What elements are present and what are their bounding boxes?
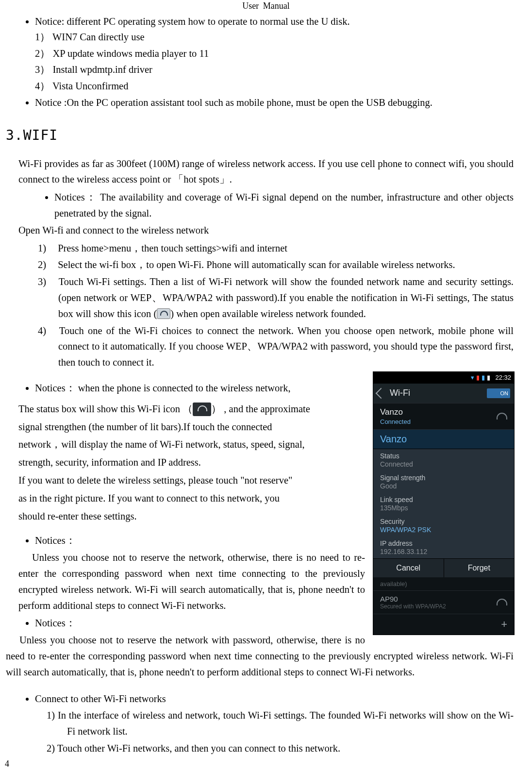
ap-name: AP90 xyxy=(380,595,446,603)
detail-spd-v: 135Mbps xyxy=(380,504,507,512)
wifi-on-switch[interactable]: ON xyxy=(487,388,510,398)
ap-sub: Secured with WPA/WPA2 xyxy=(380,603,446,610)
os-xp: 2） XP update windows media player to 11 xyxy=(35,46,514,62)
signal-icon-2: ▮ xyxy=(482,374,485,381)
network-selected-header: Vanzo xyxy=(373,429,514,449)
detail-ip-v: 192.168.33.112 xyxy=(380,548,507,555)
wifi-connected-icon xyxy=(193,403,211,416)
page-header: User Manual xyxy=(18,0,514,14)
wifi-signal-icon xyxy=(497,413,507,420)
battery-icon: ▮ xyxy=(487,374,490,381)
step-2: 2) Select the wi-fi box，to open Wi-Fi. P… xyxy=(38,257,514,273)
os-install: 3） Install wpdmtp.inf driver xyxy=(35,62,514,78)
connect-other-label: Connect to other Wi-Fi networks xyxy=(35,691,514,707)
wifi-status-icon: ▾ xyxy=(471,374,474,381)
wifi-title: Wi-Fi xyxy=(390,388,410,398)
detail-sec-v: WPA/WPA2 PSK xyxy=(380,526,507,534)
step-3b-text: ) when open available wireless network f… xyxy=(170,308,366,319)
header-right: Manual xyxy=(263,1,290,11)
detail-spd-k: Link speed xyxy=(380,496,507,503)
network-detail-panel: StatusConnected Signal strengthGood Link… xyxy=(373,449,514,577)
network-name: Vanzo xyxy=(380,407,411,417)
section-3-wifi-heading: 3.WIFI xyxy=(6,127,514,143)
network-selected-name: Vanzo xyxy=(380,434,507,445)
forget-button[interactable]: Forget xyxy=(444,559,515,577)
top-notice-list: Notice: different PC operating system ho… xyxy=(35,14,514,111)
os-sublist: 1） WIN7 Can directly use 2） XP update wi… xyxy=(35,30,514,94)
wifi-intro: Wi-Fi provides as far as 300feet (100M) … xyxy=(18,156,514,188)
status-icon-line-b: ） , and the approximate xyxy=(211,403,310,414)
wifi-notice-1: Notices： The availability and coverage o… xyxy=(35,189,514,221)
open-wifi-line: Open Wi-fi and connect to the wireless n… xyxy=(18,222,514,238)
notice-udisk: Notice: different PC operating system ho… xyxy=(35,14,514,94)
header-left: User xyxy=(242,1,259,11)
available-label: available) xyxy=(373,577,514,590)
os-win7: 1） WIN7 Can directly use xyxy=(35,30,514,45)
plus-icon: + xyxy=(501,618,507,631)
step-3: 3) Touch Wi-Fi settings. Then a list of … xyxy=(38,274,514,321)
detail-status-v: Connected xyxy=(380,460,507,468)
network-connected-row[interactable]: Vanzo Connected xyxy=(373,403,514,429)
wifi-available-icon xyxy=(157,308,170,319)
open-wifi-steps: 1) Press home>menu，then touch settings>w… xyxy=(38,240,514,370)
ap-row[interactable]: AP90 Secured with WPA/WPA2 xyxy=(373,590,514,614)
detail-status-k: Status xyxy=(380,452,507,460)
step-1-text: Press home>menu，then touch settings>wifi… xyxy=(58,243,287,253)
detail-sec-k: Security xyxy=(380,518,507,525)
status-icon-line-a: The status box will show this Wi-Fi icon… xyxy=(18,403,193,414)
add-network-row[interactable]: + xyxy=(373,614,514,635)
phone-screenshot: ▾ ▮ ▮ ▮ 22:32 Wi-Fi ON Vanzo Connected V… xyxy=(373,371,514,635)
other-step-1: 1) In the interface of wireless and netw… xyxy=(47,707,514,739)
other-step-2-text: Touch other Wi-Fi networks, and then you… xyxy=(57,743,340,754)
notice-usb-debug: Notice :On the PC operation assistant to… xyxy=(35,95,514,111)
status-bar: ▾ ▮ ▮ ▮ 22:32 xyxy=(373,372,514,384)
step-4-text: Touch one of the Wi-Fi choices to connec… xyxy=(58,325,514,368)
page: User Manual Notice: different PC operati… xyxy=(0,0,532,772)
other-step-2: 2) Touch other Wi-Fi networks, and then … xyxy=(47,740,514,756)
other-step-1-text: In the interface of wireless and network… xyxy=(58,710,514,737)
status-time: 22:32 xyxy=(495,374,511,381)
notice-udisk-text: Notice: different PC operating system ho… xyxy=(35,16,350,27)
step-4: 4) Touch one of the Wi-Fi choices to con… xyxy=(38,323,514,370)
notice-4-text: Unless you choose not to reserve the net… xyxy=(6,632,514,680)
signal-icon: ▮ xyxy=(476,374,480,381)
wifi-notice-1-item: Notices： The availability and coverage o… xyxy=(54,189,514,221)
step-1: 1) Press home>menu，then touch settings>w… xyxy=(38,240,514,256)
detail-ip-k: IP address xyxy=(380,539,507,547)
detail-sig-v: Good xyxy=(380,482,507,490)
back-icon[interactable] xyxy=(376,388,387,399)
detail-sig-k: Signal strength xyxy=(380,474,507,482)
wifi-on-label: ON xyxy=(500,390,509,396)
cancel-button[interactable]: Cancel xyxy=(373,559,444,577)
step-2-text: Select the wi-fi box，to open Wi-Fi. Phon… xyxy=(58,259,455,270)
os-vista: 4） Vista Unconfirmed xyxy=(35,79,514,94)
connect-other-steps: 1) In the interface of wireless and netw… xyxy=(47,707,514,756)
connect-other: Connect to other Wi-Fi networks xyxy=(35,691,514,707)
ap-wifi-icon xyxy=(497,599,507,605)
page-number: 4 xyxy=(5,759,9,769)
wifi-titlebar[interactable]: Wi-Fi ON xyxy=(373,384,514,403)
network-state: Connected xyxy=(380,418,411,425)
